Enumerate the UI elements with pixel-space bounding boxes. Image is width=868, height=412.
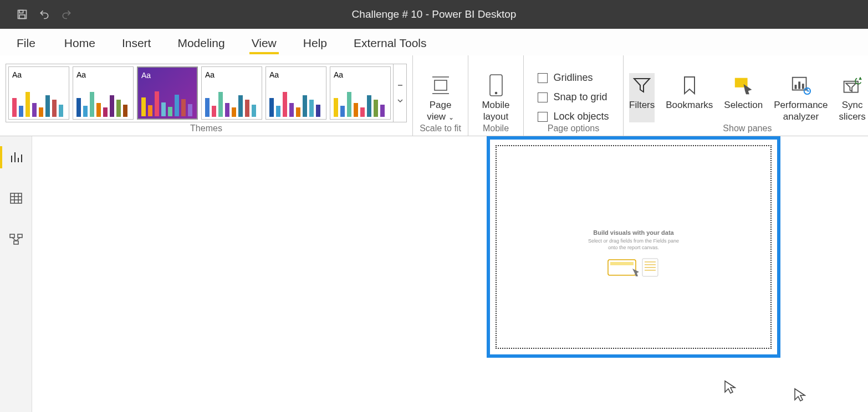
lock-objects-checkbox[interactable]: Lock objects	[538, 111, 609, 122]
report-canvas[interactable]: Build visuals with your data Select or d…	[32, 136, 868, 412]
svg-rect-24	[11, 193, 22, 203]
svg-rect-2	[19, 15, 25, 19]
themes-gallery[interactable]: Aa Aa	[6, 64, 394, 122]
tab-view[interactable]: View	[248, 34, 280, 55]
selection-icon	[731, 73, 756, 97]
snap-to-grid-checkbox[interactable]: Snap to grid	[538, 91, 607, 103]
svg-point-8	[495, 92, 497, 94]
tab-home[interactable]: Home	[61, 34, 99, 55]
tab-insert[interactable]: Insert	[119, 34, 155, 55]
svg-rect-31	[14, 241, 18, 244]
cursor-icon	[724, 380, 736, 398]
checkbox-icon	[538, 73, 548, 83]
page-view-icon	[428, 74, 453, 96]
themes-more-button[interactable]	[394, 64, 407, 122]
svg-marker-19	[846, 84, 856, 91]
canvas-drop-zone[interactable]: Build visuals with your data Select or d…	[496, 145, 772, 349]
showpanes-group-label: Show panes	[723, 123, 772, 133]
ribbon-tabs: File Home Insert Modeling View Help Exte…	[0, 29, 868, 55]
report-view-button[interactable]	[0, 146, 32, 168]
filters-pane-button[interactable]: Filters	[629, 73, 655, 122]
themes-group-label: Themes	[190, 123, 222, 133]
mobile-icon	[483, 74, 509, 96]
redo-icon	[61, 9, 72, 20]
svg-line-33	[16, 238, 20, 241]
filter-icon	[629, 73, 655, 97]
bookmarks-pane-button[interactable]: Bookmarks	[666, 73, 713, 122]
title-bar: Challenge # 10 - Power BI Desktop	[0, 0, 868, 29]
undo-icon[interactable]	[39, 9, 50, 20]
mobile-group-label: Mobile	[483, 123, 509, 133]
workspace: Build visuals with your data Select or d…	[0, 136, 868, 412]
canvas-highlight-frame: Build visuals with your data Select or d…	[487, 136, 780, 358]
model-view-button[interactable]	[0, 228, 32, 250]
svg-rect-35	[610, 262, 634, 265]
svg-line-32	[12, 238, 16, 241]
svg-rect-1	[19, 11, 23, 13]
gridlines-checkbox[interactable]: Gridlines	[538, 72, 593, 84]
page-view-button[interactable]: Pageview ⌄	[427, 70, 454, 122]
canvas-placeholder: Build visuals with your data Select or d…	[588, 229, 679, 279]
tab-file[interactable]: File	[11, 34, 41, 55]
sync-slicers-button[interactable]: Syncslicers	[839, 73, 866, 122]
cursor-icon	[794, 388, 806, 405]
sync-slicers-icon	[840, 73, 865, 97]
nav-rail	[0, 136, 32, 412]
svg-rect-6	[435, 80, 447, 90]
selection-pane-button[interactable]: Selection	[724, 73, 763, 122]
svg-rect-12	[795, 85, 797, 89]
theme-swatch-4[interactable]: Aa	[201, 66, 262, 120]
theme-swatch-3-selected[interactable]: Aa	[137, 66, 198, 120]
theme-swatch-5[interactable]: Aa	[265, 66, 326, 120]
mobile-layout-button[interactable]: Mobilelayout	[482, 70, 509, 122]
svg-rect-14	[802, 84, 804, 89]
tab-help[interactable]: Help	[300, 34, 330, 55]
theme-swatch-2[interactable]: Aa	[73, 66, 134, 120]
pageopts-group-label: Page options	[548, 123, 599, 133]
ribbon-body: Aa Aa	[0, 55, 868, 136]
theme-swatch-6[interactable]: Aa	[330, 66, 391, 120]
tab-modeling[interactable]: Modeling	[174, 34, 228, 55]
placeholder-diagram-icon	[588, 256, 679, 279]
data-view-button[interactable]	[0, 187, 32, 209]
bookmark-icon	[677, 73, 702, 97]
svg-marker-9	[634, 79, 650, 92]
performance-analyzer-button[interactable]: Performanceanalyzer	[774, 73, 828, 122]
svg-rect-13	[798, 82, 800, 89]
tab-external-tools[interactable]: External Tools	[350, 34, 430, 55]
scale-group-label: Scale to fit	[420, 123, 461, 133]
checkbox-icon	[538, 92, 548, 102]
window-title: Challenge # 10 - Power BI Desktop	[0, 8, 868, 20]
svg-rect-30	[18, 234, 22, 238]
checkbox-icon	[538, 112, 548, 122]
save-icon[interactable]	[17, 9, 28, 20]
svg-rect-29	[10, 234, 14, 238]
chevron-down-icon: ⌄	[448, 114, 454, 121]
theme-swatch-1[interactable]: Aa	[8, 66, 69, 120]
performance-icon	[788, 73, 814, 97]
